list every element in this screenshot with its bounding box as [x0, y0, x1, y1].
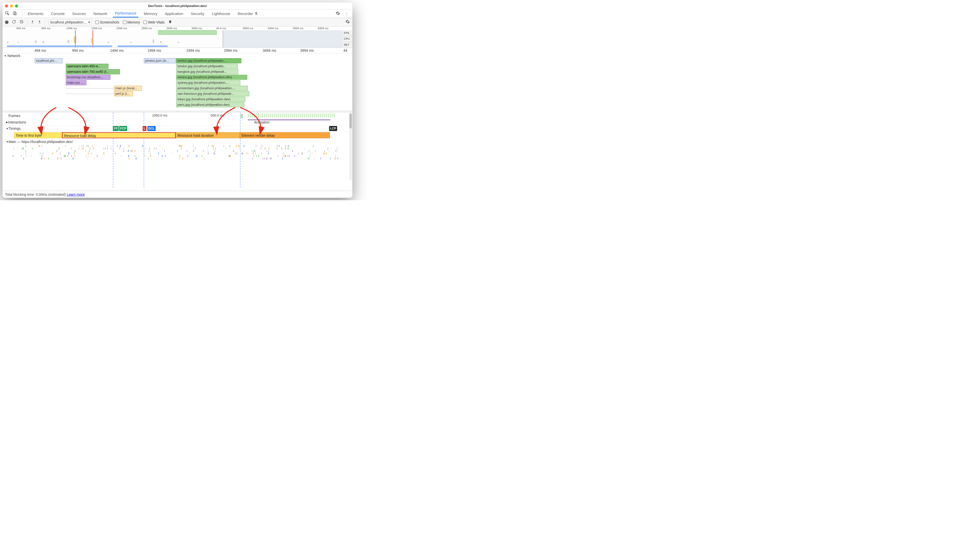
- network-request[interactable]: photos.json (lo...: [144, 58, 176, 63]
- screenshots-checkbox[interactable]: Screenshots: [95, 20, 120, 24]
- flame-bar[interactable]: [269, 147, 270, 150]
- flame-bar[interactable]: [242, 153, 243, 155]
- tab-sources[interactable]: Sources: [70, 11, 88, 17]
- flame-bar[interactable]: [149, 150, 149, 152]
- flame-bar[interactable]: [313, 145, 314, 147]
- flame-bar[interactable]: [59, 147, 60, 150]
- tab-console[interactable]: Console: [49, 11, 67, 17]
- network-request[interactable]: tokyo.jpg (localhost.philipwalton.dev): [176, 97, 245, 102]
- flame-bar[interactable]: [150, 153, 151, 155]
- flame-bar[interactable]: [310, 155, 310, 157]
- flame-bar[interactable]: [181, 147, 182, 150]
- tab-elements[interactable]: Elements: [26, 11, 45, 17]
- network-request[interactable]: sydney.jpg (localhost.philipwalton....: [176, 80, 240, 85]
- flame-bar[interactable]: [302, 153, 303, 155]
- load-profile-icon[interactable]: [31, 20, 34, 24]
- flame-bar[interactable]: [262, 158, 263, 159]
- network-section-header[interactable]: ▼ Network: [4, 53, 352, 58]
- flame-bar[interactable]: [42, 155, 42, 157]
- flame-bar[interactable]: [110, 145, 110, 147]
- network-request[interactable]: london.jpg (localhost.philipwalto...: [176, 64, 238, 69]
- flame-bar[interactable]: [151, 155, 151, 157]
- flame-bar[interactable]: [252, 150, 252, 152]
- flame-bar[interactable]: [223, 145, 224, 147]
- flame-bar[interactable]: [337, 147, 337, 150]
- flame-bar[interactable]: [107, 147, 108, 150]
- flame-bar[interactable]: [331, 158, 331, 159]
- flame-bar[interactable]: [41, 158, 42, 159]
- flame-bar[interactable]: [288, 145, 289, 147]
- learn-more-link[interactable]: Learn more: [67, 192, 85, 196]
- flame-bar[interactable]: [91, 153, 92, 155]
- flame-bar[interactable]: [276, 147, 277, 150]
- network-request[interactable]: london.jpg (localhost.philipwalto...: [176, 58, 241, 63]
- flame-bar[interactable]: [136, 158, 137, 159]
- flame-bar[interactable]: [196, 155, 197, 157]
- flame-bar[interactable]: [264, 158, 265, 159]
- segment-resource-load-delay[interactable]: Resource load delay: [62, 132, 176, 138]
- tab-memory[interactable]: Memory: [142, 11, 160, 17]
- flame-bar[interactable]: [208, 145, 208, 147]
- flame-bar[interactable]: [13, 155, 14, 157]
- flame-bar[interactable]: [145, 147, 146, 150]
- flame-bar[interactable]: [25, 150, 26, 152]
- flame-bar[interactable]: [264, 147, 265, 150]
- flame-bar[interactable]: [182, 158, 183, 159]
- flame-bar[interactable]: [144, 153, 144, 155]
- flame-bar[interactable]: [120, 147, 120, 150]
- flame-bar[interactable]: [285, 155, 286, 157]
- flame-bar[interactable]: [83, 145, 84, 147]
- flame-bar[interactable]: [115, 153, 116, 155]
- network-request[interactable]: main.css …: [66, 80, 86, 85]
- flame-bar[interactable]: [244, 150, 244, 152]
- flame-bar[interactable]: [309, 150, 309, 152]
- flame-bar[interactable]: [48, 158, 49, 159]
- flame-bar[interactable]: [247, 153, 248, 155]
- flame-bar[interactable]: [285, 145, 286, 147]
- flame-bar[interactable]: [89, 150, 90, 152]
- flame-bar[interactable]: [92, 145, 93, 147]
- capture-settings-icon[interactable]: [345, 20, 350, 25]
- flame-bar[interactable]: [261, 153, 262, 155]
- save-profile-icon[interactable]: [38, 20, 41, 24]
- flame-bar[interactable]: [129, 150, 129, 152]
- tab-lighthouse[interactable]: Lighthouse: [210, 11, 232, 17]
- flame-bar[interactable]: [82, 147, 83, 150]
- flame-bar[interactable]: [150, 155, 151, 157]
- flame-bar[interactable]: [267, 158, 268, 159]
- timings-row[interactable]: ▼ Timings FP FCP L DCL LCP: [3, 125, 352, 131]
- flame-bar[interactable]: [32, 147, 33, 150]
- flame-bar[interactable]: [123, 150, 124, 152]
- flame-bar[interactable]: [233, 150, 234, 152]
- flame-bar[interactable]: [74, 153, 75, 155]
- frames-row[interactable]: ▼ Frames 1050.0 ms 500.0 ms: [3, 113, 352, 119]
- flame-bar[interactable]: [75, 150, 76, 152]
- flame-bar[interactable]: [212, 145, 213, 147]
- flame-bar[interactable]: [256, 145, 256, 147]
- trash-icon[interactable]: [168, 20, 172, 25]
- flame-bar[interactable]: [103, 147, 104, 150]
- flame-bar[interactable]: [208, 153, 209, 155]
- flame-bar[interactable]: [113, 150, 113, 152]
- flame-bar[interactable]: [73, 158, 74, 159]
- flame-bar[interactable]: [197, 155, 198, 157]
- flame-bar[interactable]: [315, 150, 315, 152]
- flame-bar[interactable]: [179, 158, 180, 159]
- main-thread-flame[interactable]: [3, 144, 352, 170]
- flame-bar[interactable]: [57, 150, 57, 152]
- flame-bar[interactable]: [236, 145, 236, 147]
- flame-bar[interactable]: [253, 155, 255, 157]
- flame-bar[interactable]: [68, 153, 69, 155]
- flame-bar[interactable]: [208, 150, 208, 152]
- flame-bar[interactable]: [327, 153, 327, 155]
- flame-bar[interactable]: [335, 150, 336, 152]
- flame-bar[interactable]: [225, 147, 226, 150]
- flame-bar[interactable]: [135, 150, 135, 152]
- flame-bar[interactable]: [277, 145, 277, 147]
- flame-bar[interactable]: [94, 158, 95, 159]
- flame-bar[interactable]: [58, 147, 59, 150]
- flame-bar[interactable]: [215, 147, 216, 150]
- flame-bar[interactable]: [75, 155, 75, 157]
- flame-bar[interactable]: [214, 150, 216, 152]
- flame-bar[interactable]: [25, 153, 26, 155]
